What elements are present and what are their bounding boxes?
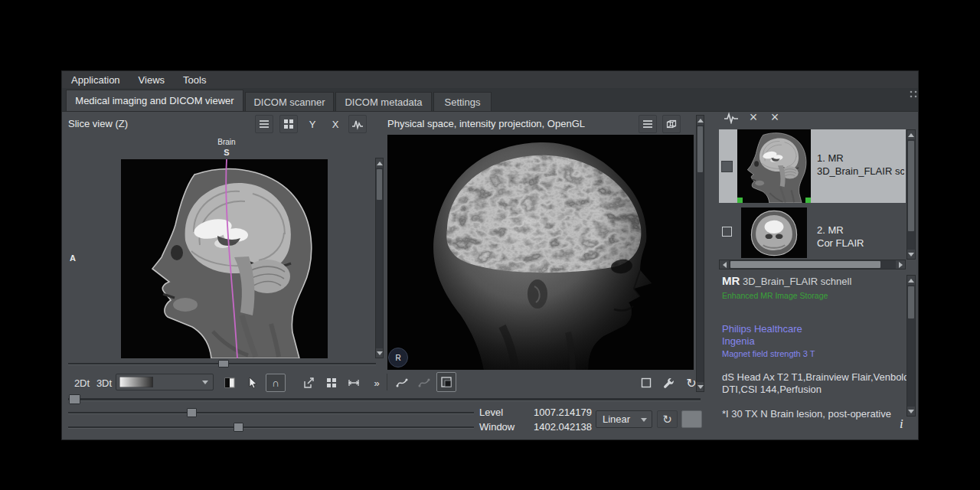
projection-cube-button[interactable]: [662, 115, 681, 133]
scroll-up-button[interactable]: [907, 130, 915, 139]
metadata-vertical-scrollbar[interactable]: [906, 275, 916, 416]
anterior-label: A: [67, 253, 79, 263]
projection-vertical-scrollbar[interactable]: [696, 115, 704, 392]
time-slider-handle[interactable]: [69, 394, 80, 404]
interpolation-select[interactable]: Linear: [596, 410, 652, 428]
reset-icon: ↻: [662, 413, 672, 426]
level-slider-handle[interactable]: [187, 408, 197, 417]
scroll-up-button[interactable]: [376, 158, 383, 168]
projection-layout-list-button[interactable]: [639, 115, 657, 133]
close-series-button[interactable]: ×: [746, 109, 761, 126]
scroll-handle[interactable]: [908, 141, 914, 231]
grid-layout-icon: [283, 118, 295, 130]
level-value: 1007.214179: [518, 407, 592, 418]
screen: Application Views Tools Medical imaging …: [0, 0, 980, 490]
scroll-handle[interactable]: [697, 126, 703, 172]
interpolation-value: Linear: [603, 413, 630, 425]
up-arrow-icon: [908, 133, 914, 137]
scroll-down-button[interactable]: [907, 250, 915, 259]
window-slider-track[interactable]: [68, 426, 474, 429]
metadata-field-strength: Magnet field strength 3 T: [722, 348, 915, 360]
superior-label: S: [219, 148, 234, 157]
invert-bw-button[interactable]: [220, 374, 239, 392]
toolbar-separator: [387, 374, 387, 390]
series-curve-button[interactable]: [723, 110, 740, 126]
toolbar-overflow-button[interactable]: »: [370, 374, 384, 391]
roi-square-button[interactable]: [637, 374, 655, 392]
slice-curve-button[interactable]: [348, 115, 367, 133]
time-slider-track[interactable]: [68, 398, 701, 401]
scroll-down-button[interactable]: [907, 407, 915, 416]
lut-select[interactable]: [116, 374, 214, 390]
projection-view-canvas[interactable]: R: [387, 135, 694, 370]
orientation-marker-label: R: [395, 354, 400, 362]
contrast-square-icon: [440, 376, 452, 388]
coronal-thumbnail-image: [741, 207, 807, 258]
black-white-square-icon: [224, 377, 236, 389]
orientation-marker[interactable]: R: [388, 348, 408, 368]
mode-2dt-button[interactable]: 2Dt: [72, 375, 92, 390]
level-slider-track[interactable]: [68, 412, 474, 414]
slice-view-canvas[interactable]: [121, 159, 328, 358]
scroll-up-button[interactable]: [907, 276, 915, 285]
tab-dicom-scanner[interactable]: DICOM scanner: [245, 92, 334, 111]
menu-application[interactable]: Application: [62, 73, 129, 87]
slice-layout-list-button[interactable]: [255, 115, 273, 133]
window-slider-handle[interactable]: [234, 423, 243, 432]
scroll-handle[interactable]: [730, 261, 880, 268]
series-horizontal-scrollbar[interactable]: [719, 260, 906, 270]
series-name-label: Cor FLAIR: [817, 237, 864, 249]
scroll-handle[interactable]: [908, 286, 914, 318]
window-value: 1402.042138: [518, 421, 592, 433]
size-grip-icon[interactable]: [909, 90, 918, 99]
up-arrow-icon: [697, 119, 704, 122]
slice-vertical-scrollbar[interactable]: [375, 158, 384, 358]
curve-icon: [351, 118, 364, 130]
tab-medical-imaging[interactable]: Medical imaging and DICOM viewer: [66, 90, 243, 111]
series-checkbox[interactable]: [722, 227, 732, 237]
export-icon: [302, 377, 315, 389]
tab-settings[interactable]: Settings: [433, 92, 492, 111]
thumb-handle-left[interactable]: [737, 198, 743, 203]
spline-tool-button[interactable]: [393, 374, 411, 392]
slice-position-handle[interactable]: [218, 360, 229, 368]
menu-tools[interactable]: Tools: [174, 73, 215, 87]
measure-tool-button[interactable]: [344, 374, 364, 392]
metadata-protocol: dS Head Ax T2 T1,Brainview Flair,Venbold…: [722, 371, 915, 396]
axis-x-button[interactable]: X: [327, 115, 344, 133]
slice-layout-grid-button[interactable]: [279, 115, 298, 133]
metadata-sop-class: Enhanced MR Image Storage: [722, 289, 915, 302]
tile-layout-button[interactable]: [322, 374, 341, 392]
scroll-right-button[interactable]: [896, 260, 905, 269]
square-outline-icon: [640, 377, 652, 389]
scroll-down-button[interactable]: [376, 348, 383, 358]
tab-dicom-metadata[interactable]: DICOM metadata: [335, 92, 432, 111]
scroll-up-button[interactable]: [697, 116, 704, 125]
axis-y-button[interactable]: Y: [304, 115, 321, 133]
reset-level-window-button[interactable]: ↻: [657, 410, 678, 428]
left-arrow-icon: [723, 262, 727, 268]
series-checkbox[interactable]: [721, 161, 733, 172]
settings-wrench-button[interactable]: [659, 374, 678, 392]
series-list-item-2[interactable]: 2. MR Cor FLAIR: [719, 204, 906, 260]
up-arrow-icon: [377, 162, 383, 165]
pointer-tool-button[interactable]: [243, 374, 262, 392]
lut-gradient-swatch: [119, 377, 153, 387]
chevron-down-icon: [202, 381, 208, 384]
scroll-handle[interactable]: [377, 169, 382, 200]
info-icon[interactable]: i: [900, 416, 903, 432]
series-vertical-scrollbar[interactable]: [906, 129, 916, 260]
reset-view-button[interactable]: ↻: [682, 374, 701, 392]
series-list-item-1[interactable]: 1. MR 3D_Brain_FLAIR sch: [719, 129, 906, 203]
thumb-handle-right[interactable]: [805, 198, 811, 203]
background-select-button[interactable]: [436, 372, 456, 392]
series-thumbnail[interactable]: [737, 129, 811, 203]
export-button[interactable]: [299, 374, 318, 392]
series-thumbnail[interactable]: [741, 207, 807, 258]
menu-views[interactable]: Views: [129, 73, 174, 87]
mode-3dt-button[interactable]: 3Dt: [94, 375, 114, 390]
projection-view-title: Physical space, intensity projection, Op…: [387, 118, 585, 129]
scroll-left-button[interactable]: [720, 260, 729, 269]
close-all-button[interactable]: ×: [767, 109, 782, 126]
arc-tool-button[interactable]: ∩: [266, 374, 286, 392]
